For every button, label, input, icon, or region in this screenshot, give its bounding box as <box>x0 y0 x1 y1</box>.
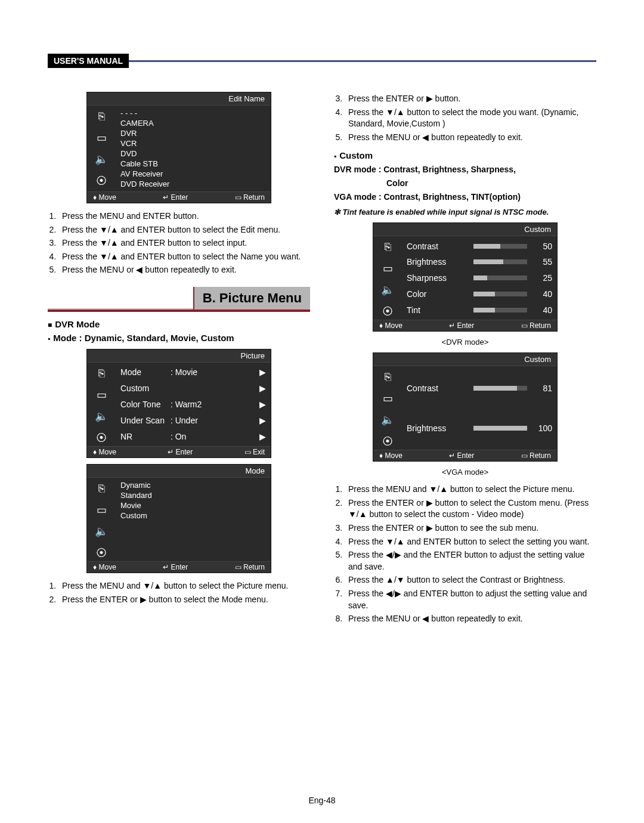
arrow-icon: ▶ <box>259 416 266 425</box>
row-value: 55 <box>534 257 552 267</box>
list-item: Movie <box>120 500 266 510</box>
page-number: Eng-48 <box>0 796 644 805</box>
source-icon: ⎘ <box>91 480 112 497</box>
step: Press the ENTER or ▶ button to select th… <box>345 497 596 521</box>
osd-title: Custom <box>373 223 557 236</box>
osd-footer: ♦ Move ↵ Enter ▭ Return <box>87 191 271 203</box>
footer-enter: ↵ Enter <box>449 451 474 460</box>
arrow-icon: ▶ <box>259 367 266 377</box>
dvr-mode-heading: ■DVR Mode <box>48 319 310 329</box>
footer-enter: ↵ Enter <box>163 563 188 571</box>
step: Press the MENU and ▼/▲ button to select … <box>345 484 596 496</box>
list-item: AV Receiver <box>120 169 266 179</box>
step: Press the ◀/▶ and the ENTER button to ad… <box>345 549 596 573</box>
osd-content: - - - - CAMERA DVR VCR DVD Cable STB AV … <box>116 106 271 191</box>
picture-icon: ▭ <box>91 502 112 518</box>
step: Press the ENTER or ▶ button to see the s… <box>345 522 596 534</box>
arrow-icon: ▶ <box>259 383 266 393</box>
footer-move: ♦ Move <box>379 451 402 460</box>
step: Press the MENU and ENTER button. <box>58 211 310 222</box>
list-item: Custom <box>120 510 266 521</box>
picture-icon: ▭ <box>377 390 398 407</box>
manual-page: USER'S MANUAL Edit Name ⎘ ▭ 🔈 ⦿ - - - - <box>0 0 644 823</box>
row-label: Brightness <box>407 423 466 433</box>
footer-move: ♦ Move <box>93 563 116 571</box>
row-label: Color <box>407 289 466 299</box>
osd-footer: ♦ Move ↵ Enter ▭ Return <box>87 561 271 573</box>
custom-steps: Press the MENU and ▼/▲ button to select … <box>345 484 596 625</box>
step: Press the ▼/▲ and ENTER button to select… <box>345 536 596 548</box>
footer-enter: ↵ Enter <box>163 193 188 202</box>
setup-icon: ⦿ <box>377 303 398 320</box>
footer-exit: ▭ Exit <box>244 448 265 456</box>
step: Press the MENU or ◀ button repeatedly to… <box>345 132 596 144</box>
setup-icon: ⦿ <box>91 544 112 561</box>
row-value: : Under <box>171 416 253 425</box>
osd-content: Contrast50 Brightness55 Sharpness25 Colo… <box>402 236 557 320</box>
osd-content: Contrast81 Brightness100 <box>402 366 557 450</box>
osd-side-icons: ⎘ ▭ 🔈 ⦿ <box>373 366 402 450</box>
footer-enter: ↵ Enter <box>168 448 193 456</box>
row-label: Custom <box>120 383 165 393</box>
list-item: Standard <box>120 490 266 500</box>
setup-icon: ⦿ <box>91 172 112 189</box>
list-item: VCR <box>120 138 266 148</box>
header-rule <box>129 60 596 62</box>
picture-icon: ▭ <box>377 260 398 277</box>
source-icon: ⎘ <box>91 365 112 382</box>
header-bar: USER'S MANUAL <box>48 54 596 68</box>
slider <box>473 426 527 431</box>
arrow-icon: ▶ <box>259 400 266 409</box>
footer-move: ♦ Move <box>93 448 116 456</box>
sound-icon: 🔈 <box>91 151 112 168</box>
dvr-caption: <DVR mode> <box>334 338 596 346</box>
mode-steps-1-2: Press the MENU and ▼/▲ button to select … <box>58 580 310 605</box>
row-label: Under Scan <box>120 416 165 425</box>
dvr-mode-note: DVR mode : Contrast, Brightness, Sharpne… <box>334 164 596 176</box>
osd-picture: Picture ⎘ ▭ 🔈 ⦿ Mode: Movie▶ Custom▶ Col… <box>86 349 271 458</box>
osd-title: Edit Name <box>87 92 271 106</box>
section-heading: B. Picture Menu <box>48 287 310 312</box>
osd-side-icons: ⎘ ▭ 🔈 ⦿ <box>87 106 116 191</box>
row-value: : On <box>171 432 253 441</box>
osd-mode: Mode ⎘ ▭ 🔈 ⦿ Dynamic Standard Movie Cust… <box>86 464 271 573</box>
row-label: Contrast <box>407 383 466 393</box>
vga-mode-note: VGA mode : Contrast, Brightness, TINT(op… <box>334 191 596 203</box>
footer-move: ♦ Move <box>93 193 116 202</box>
slider <box>473 244 527 249</box>
step: Press the ▼/▲ and ENTER button to select… <box>58 237 310 249</box>
sound-icon: 🔈 <box>91 408 112 425</box>
footer-return: ▭ Return <box>521 321 551 330</box>
step: Press the MENU or ◀ button repeatedly to… <box>58 264 310 276</box>
list-item: Dynamic <box>120 480 266 490</box>
row-value: 40 <box>534 305 552 315</box>
list-item: DVD Receiver <box>120 179 266 189</box>
row-label: Mode <box>120 367 165 377</box>
osd-footer: ♦ Move ↵ Enter ▭ Exit <box>87 446 271 457</box>
slider <box>473 386 527 391</box>
step: Press the MENU or ◀ button repeatedly to… <box>345 613 596 625</box>
osd-side-icons: ⎘ ▭ 🔈 ⦿ <box>87 363 116 446</box>
footer-return: ▭ Return <box>521 451 551 460</box>
osd-content: Mode: Movie▶ Custom▶ Color Tone: Warm2▶ … <box>116 363 271 446</box>
osd-title: Picture <box>87 349 271 363</box>
osd-title: Mode <box>87 465 271 478</box>
slider <box>473 259 527 264</box>
sound-icon: 🔈 <box>377 281 398 298</box>
source-icon: ⎘ <box>91 108 112 125</box>
osd-footer: ♦ Move ↵ Enter ▭ Return <box>373 320 557 331</box>
picture-icon: ▭ <box>91 129 112 146</box>
footer-return: ▭ Return <box>235 193 265 202</box>
slider <box>473 292 527 296</box>
step: Press the MENU and ▼/▲ button to select … <box>58 580 310 592</box>
slider <box>473 276 527 280</box>
row-value: : Warm2 <box>171 400 253 409</box>
list-item: - - - - <box>120 108 266 118</box>
row-value: 81 <box>534 383 552 393</box>
step: Press the ENTER or ▶ button. <box>345 93 596 105</box>
row-label: Brightness <box>407 257 466 267</box>
mode-steps-3-5: Press the ENTER or ▶ button. Press the ▼… <box>345 93 596 143</box>
slider <box>473 308 527 313</box>
row-value: 50 <box>534 242 552 251</box>
dvr-mode-note-b: Color <box>334 178 596 190</box>
